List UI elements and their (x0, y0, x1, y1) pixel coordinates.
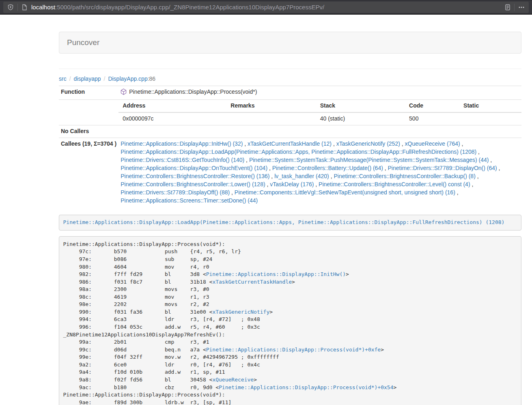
details-label-empty (59, 99, 118, 125)
assembly-symbol-link[interactable]: xTaskGenericNotify (212, 309, 269, 315)
snippet-symbol-link[interactable]: Pinetime::Applications::DisplayApp::Load… (63, 219, 505, 225)
symbol-cube-icon (121, 88, 127, 97)
callee-link[interactable]: Pinetime::Applications::DisplayApp::OnTo… (121, 165, 267, 171)
function-name-cell: Pinetime::Applications::DisplayApp::Proc… (118, 86, 521, 99)
value-static (459, 112, 521, 125)
col-static: Static (459, 100, 521, 112)
callee-link[interactable]: xQueueReceive (764) (405, 140, 460, 147)
callee-link[interactable]: Pinetime::Drivers::Cst816S::GetTouchInfo… (121, 157, 244, 163)
callee-link[interactable]: lv_task_handler (420) (274, 173, 329, 179)
app-title-link[interactable]: Puncover (67, 38, 99, 47)
callee-link[interactable]: Pinetime::Controllers::BrightnessControl… (319, 181, 470, 187)
assembly-listing: Pinetime::Applications::DisplayApp::Proc… (59, 236, 521, 405)
callee-link[interactable]: vTaskDelay (176) (270, 181, 314, 187)
browser-toolbar: localhost:5000/path/src/displayapp/Displ… (0, 0, 532, 15)
assembly-symbol-link[interactable]: xQueueReceive (212, 377, 254, 383)
function-label: Function (59, 86, 118, 99)
function-row: Function Pinetime::Applications::Display… (59, 86, 521, 99)
divider (59, 69, 521, 69)
callees-row: Callees (19, Σ=3704 ) Pinetime::Applicat… (59, 138, 521, 207)
details-value-row: 0x0000097c 40 (static) 500 (118, 112, 521, 125)
value-stack: 40 (static) (316, 112, 405, 125)
breadcrumb-separator: / (69, 75, 71, 82)
assembly-symbol-link[interactable]: Pinetime::Applications::DisplayApp::Proc… (219, 384, 393, 390)
callee-link[interactable]: Pinetime::Controllers::BrightnessControl… (121, 181, 265, 187)
source-line-snippet: Pinetime::Applications::DisplayApp::Load… (59, 215, 521, 231)
url-text: localhost:5000/path/src/displayapp/Displ… (31, 3, 502, 11)
callee-link[interactable]: Pinetime::Applications::DisplayApp::Load… (121, 149, 476, 155)
value-remarks (226, 112, 316, 125)
breadcrumb-link[interactable]: DisplayApp.cpp (108, 75, 147, 82)
function-name: Pinetime::Applications::DisplayApp::Proc… (129, 88, 257, 95)
col-stack: Stack (316, 100, 405, 112)
url-bar[interactable]: localhost:5000/path/src/displayapp/Displ… (3, 2, 529, 13)
callers-row: No Callers (59, 125, 521, 138)
urlbar-divider (17, 4, 18, 11)
callee-link[interactable]: Pinetime::System::SystemTask::PushMessag… (249, 157, 489, 163)
breadcrumb-link[interactable]: displayapp (74, 75, 101, 82)
callee-link[interactable]: Pinetime::Applications::DisplayApp::Init… (121, 140, 243, 147)
value-code: 500 (405, 112, 459, 125)
details-header-row: Address Remarks Stack Code Static (118, 100, 521, 112)
callers-cell (118, 125, 521, 138)
reader-mode-icon[interactable] (505, 4, 510, 11)
details-row: Address Remarks Stack Code Static 0x0000… (59, 99, 521, 125)
callees-label: Callees (19, Σ=3704 ) (59, 138, 118, 207)
value-address: 0x0000097c (118, 112, 226, 125)
callees-list: Pinetime::Applications::DisplayApp::Init… (118, 138, 521, 207)
col-code: Code (405, 100, 459, 112)
callee-link[interactable]: Pinetime::Drivers::St7789::DisplayOn() (… (388, 165, 497, 171)
callee-link[interactable]: xTaskGenericNotify (252) (336, 140, 400, 147)
assembly-symbol-link[interactable]: Pinetime::Applications::DisplayApp::Init… (206, 271, 346, 277)
url-host: localhost (31, 4, 55, 11)
page-icon (22, 4, 28, 11)
page-content: Puncover src/displayapp/DisplayApp.cpp:8… (59, 32, 521, 405)
breadcrumb: src/displayapp/DisplayApp.cpp:86 (59, 75, 521, 83)
app-header: Puncover (59, 32, 521, 54)
callee-link[interactable]: Pinetime::Controllers::BrightnessControl… (121, 173, 269, 179)
assembly-symbol-link[interactable]: Pinetime::Applications::DisplayApp::Proc… (206, 347, 381, 353)
breadcrumb-link[interactable]: src (59, 75, 67, 82)
callee-link[interactable]: Pinetime::Components::LittleVgl::SetNewT… (235, 189, 455, 196)
callee-link[interactable]: Pinetime::Drivers::St7789::DisplayOff() … (121, 189, 230, 196)
callee-link[interactable]: Pinetime::Controllers::BrightnessControl… (334, 173, 475, 179)
breadcrumb-separator: / (104, 75, 106, 82)
function-info-table: Function Pinetime::Applications::Display… (59, 86, 521, 207)
no-callers-label: No Callers (59, 125, 118, 138)
shield-icon[interactable] (7, 4, 14, 11)
callee-link[interactable]: xTaskGetCurrentTaskHandle (12) (248, 140, 332, 147)
col-address: Address (118, 100, 226, 112)
url-path: :5000/path/src/displayapp/DisplayApp.cpp… (55, 4, 324, 11)
col-remarks: Remarks (226, 100, 316, 112)
actions-divider (514, 4, 515, 11)
callee-link[interactable]: Pinetime::Applications::Screens::Timer::… (121, 197, 258, 204)
assembly-symbol-link[interactable]: xTaskGetCurrentTaskHandle (212, 279, 292, 285)
callee-link[interactable]: Pinetime::Controllers::Battery::Update()… (272, 165, 383, 171)
breadcrumb-line-number: :86 (148, 75, 155, 82)
meatball-menu-icon[interactable] (518, 4, 525, 11)
symbol-details-table: Address Remarks Stack Code Static 0x0000… (118, 100, 521, 125)
